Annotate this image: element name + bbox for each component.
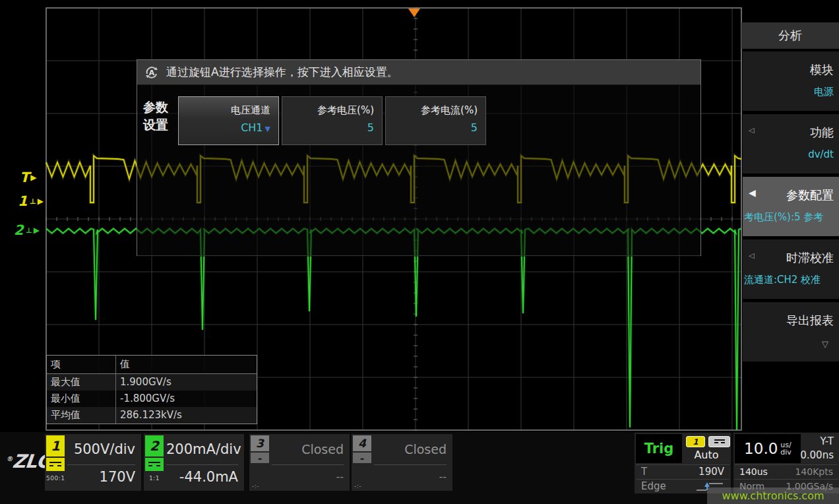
channel1-panel[interactable]: 1 500:1 500V/div 170V [45,434,141,491]
channel1-badge: 1 [46,435,65,457]
memory-depth: 140Kpts [795,465,833,479]
channel3-status: Closed [272,434,344,465]
trigger-position-marker[interactable] [408,9,420,17]
table-row: 最大值 1.900GV/s [47,374,257,391]
trigger-type: Edge [641,480,666,493]
watermark-bar: www.chtronics.com [707,488,839,504]
trigger-level-label: T [641,465,647,479]
channel4-panel[interactable]: 4 - -:- Closed -- [352,434,452,491]
dc-coupling-icon [46,458,65,471]
ref-voltage-value: 5 [282,121,374,134]
channel3-badge: 3 [251,435,269,451]
channel2-offset: -44.0mA [166,465,238,489]
table-row: 最小值 -1.800GV/s [47,391,257,407]
ground-icon: ⊥ [30,197,36,206]
sidebar-title: 分析 [741,22,839,49]
timebase-panel[interactable]: 10.0 us/ div Y-T 0.00ns 140us 140Kpts No… [733,433,839,493]
horizontal-delay: 0.00ns [800,449,834,461]
chevron-left-icon: ◁ [749,251,754,260]
table-header: 项 值 [47,356,257,374]
analysis-sidebar: 分析 模块 电源 ◁ 功能 dv/dt ◀ 参数配置 考电压(%):5 参考 ◁… [741,0,839,432]
display-mode: Y-T [820,435,834,447]
channel4-probe-ratio: -:- [354,483,361,489]
sidebar-item-param-config[interactable]: ◀ 参数配置 考电压(%):5 参考 [743,177,839,236]
trig-label: Trig [636,434,682,463]
trigger-level-marker[interactable]: T▶ [20,170,37,185]
watermark-text: www.chtronics.com [722,489,824,502]
channel2-badge: 2 [145,435,164,457]
voltage-channel-button[interactable]: 电压通道 CH1▼ [178,96,279,145]
right-arrow-icon: ▶ [30,173,36,182]
trigger-source-badge: 1 [686,436,705,447]
trigger-panel[interactable]: Trig 1 Auto T 190V Edge [635,433,731,493]
channel1-offset: 170V [67,465,135,489]
coupling-off-icon: - [353,453,371,463]
coupling-off-icon: - [251,453,269,463]
channel3-panel[interactable]: 3 - -:- Closed -- [249,434,350,491]
knob-a-icon: A [144,65,160,80]
sidebar-item-export-report[interactable]: 导出报表 ▽ [743,302,839,362]
right-arrow-icon: ▶ [38,197,44,206]
ground-icon: ⊥ [26,226,32,235]
chevron-left-icon: ◀ [749,187,756,198]
oscilloscope-screen: { "dialog": { "title": "通过旋钮A进行选择操作，按下进入… [0,0,839,504]
measurement-table: 项 值 最大值 1.900GV/s 最小值 -1.800GV/s 平均值 286… [46,355,257,424]
channel2-probe-ratio: 1:1 [145,475,164,482]
channel1-probe-ratio: 500:1 [46,475,65,482]
ch2-ground-marker[interactable]: 2⊥▶ [14,222,40,238]
table-row: 平均值 286.123kV/s [47,407,257,424]
chevron-down-icon: ▼ [265,125,270,133]
dc-coupling-icon [145,458,164,471]
sidebar-item-module[interactable]: 模块 电源 [743,51,839,111]
channel1-scale: 500V/div [67,434,135,465]
knob-settings-dialog: A 通过旋钮A进行选择操作，按下进入相应设置。 参数 设置 电压通道 CH1▼ … [137,59,701,256]
channel4-offset: -- [374,465,447,489]
dialog-title: 通过旋钮A进行选择操作，按下进入相应设置。 [166,65,398,80]
trigger-mode: Auto [683,449,730,461]
param-buttons: 电压通道 CH1▼ 参考电压(%) 5 参考电流(%) 5 [178,96,486,145]
ref-voltage-button[interactable]: 参考电压(%) 5 [282,96,383,145]
svg-text:A: A [149,69,155,77]
dc-coupling-icon [708,436,730,447]
chevron-left-icon: ◁ [749,126,754,135]
trigger-level-value: 190V [699,465,724,479]
channel3-probe-ratio: -:- [252,483,259,489]
ref-current-value: 5 [386,121,478,134]
chevron-down-icon: ▽ [822,339,828,349]
ref-current-button[interactable]: 参考电流(%) 5 [385,96,486,145]
capture-window: 140us [739,465,768,479]
right-arrow-icon: ▶ [34,226,40,235]
ch1-ground-marker[interactable]: 1⊥▶ [18,193,44,209]
dialog-header: A 通过旋钮A进行选择操作，按下进入相应设置。 [137,60,700,85]
channel4-status: Closed [374,434,447,465]
sidebar-item-function[interactable]: ◁ 功能 dv/dt [743,114,839,173]
channel2-scale: 200mA/div [166,434,238,465]
param-section-label: 参数 设置 [143,98,177,134]
sidebar-item-deskew-cal[interactable]: ◁ 时滞校准 流通道:CH2 校准 [743,239,839,299]
dialog-body: 参数 设置 电压通道 CH1▼ 参考电压(%) 5 参考电流(%) 5 [137,85,700,257]
timebase-scale: 10.0 [744,440,778,457]
channel3-offset: -- [272,465,344,489]
voltage-channel-value: CH1 [241,121,263,134]
channel2-panel[interactable]: 2 1:1 200mA/div -44.0mA [144,434,244,491]
channel4-badge: 4 [353,435,371,451]
